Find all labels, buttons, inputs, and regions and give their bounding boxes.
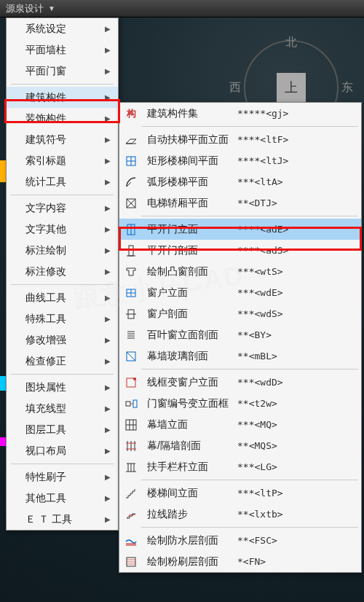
submenu-item[interactable]: 扶手栏杆立面***<LG>	[119, 456, 361, 477]
menu-divider	[11, 284, 114, 285]
submenu-item[interactable]: 电梯轿厢平面**<DTJ>	[119, 192, 361, 214]
menu-item[interactable]: 平面墙柱▶	[7, 39, 118, 60]
submenu-item[interactable]: 绘制凸窗剖面***<wtS>	[119, 261, 361, 282]
submenu-item-label: 绘制凸窗剖面	[147, 265, 234, 278]
panel-titlebar[interactable]: 源泉设计 ▼	[0, 0, 364, 17]
submenu-item-shortcut: **<t2w>	[237, 398, 277, 409]
menu-divider	[11, 464, 114, 464]
submenu-item[interactable]: 楼梯间立面***<ltP>	[119, 482, 361, 504]
submenu-item-label: 楼梯间立面	[147, 487, 234, 500]
submenu-item-label: 百叶窗立面剖面	[147, 329, 234, 342]
submenu-item[interactable]: 矩形楼梯间平面****<ltJ>	[119, 150, 361, 171]
submenu-item-shortcut: ***<wdE>	[237, 287, 283, 298]
menu-item-label: 曲线工具	[25, 292, 66, 305]
menu-divider	[11, 84, 114, 85]
submenu-arrow-icon: ▶	[105, 315, 111, 323]
menu-item[interactable]: 图块属性▶	[7, 377, 118, 398]
menu-item-label: 平面墙柱	[25, 44, 66, 57]
submenu-item[interactable]: 线框变窗户立面***<wdD>	[119, 372, 361, 393]
menu-divider	[11, 195, 114, 195]
submenu-item-label: 拉线踏步	[147, 508, 234, 521]
submenu[interactable]: 构建筑构件集*****<gj>自动扶梯平面立面****<ltF>矩形楼梯间平面*…	[119, 102, 362, 573]
menu-item-label: 标注绘制	[25, 244, 66, 257]
submenu-item-label: 建筑构件集	[147, 107, 234, 120]
menu-item[interactable]: 视口布局▶	[7, 440, 118, 461]
submenu-arrow-icon: ▶	[105, 204, 111, 212]
submenu-arrow-icon: ▶	[105, 383, 111, 391]
menu-item[interactable]: 文字内容▶	[7, 198, 118, 219]
submenu-item[interactable]: 窗户立面***<wdE>	[119, 282, 361, 303]
menu-item[interactable]: 修改增强▶	[7, 329, 118, 351]
submenu-item-label: 幕墙立面	[147, 418, 234, 431]
wE-icon	[122, 286, 140, 300]
menu-item[interactable]: 填充线型▶	[7, 398, 118, 419]
submenu-arrow-icon: ▶	[105, 114, 111, 122]
submenu-arrow-icon: ▶	[105, 267, 111, 275]
menu-item[interactable]: 索引标题▶	[7, 150, 118, 171]
menu-item[interactable]: 检查修正▶	[7, 351, 118, 372]
menu-item[interactable]: 特性刷子▶	[7, 466, 118, 488]
rect-icon	[122, 154, 140, 168]
submenu-item[interactable]: 门窗编号变立面框**<t2w>	[119, 393, 361, 414]
menu-item[interactable]: 曲线工具▶	[7, 287, 118, 308]
submenu-item[interactable]: 拉线踏步**<lxtb>	[119, 504, 361, 525]
svg-line-21	[127, 352, 135, 361]
menu-item[interactable]: 系统设定▶	[7, 18, 118, 39]
wt-icon	[122, 265, 140, 279]
menu-item-label: 系统设定	[25, 23, 66, 36]
menu-item[interactable]: 平面门窗▶	[7, 60, 118, 82]
menu-item-label: 检查修正	[25, 355, 66, 368]
submenu-item[interactable]: 平开门立面****<adE>	[119, 219, 361, 240]
dropdown-icon: ▼	[48, 4, 55, 12]
submenu-item-label: 窗户剖面	[147, 308, 234, 321]
submenu-arrow-icon: ▶	[105, 404, 111, 413]
submenu-arrow-icon: ▶	[105, 225, 111, 233]
submenu-arrow-icon: ▶	[105, 136, 111, 144]
submenu-item-label: 扶手栏杆立面	[147, 461, 234, 474]
menu-item[interactable]: 文字其他▶	[7, 219, 118, 240]
submenu-arrow-icon: ▶	[105, 336, 111, 344]
compass-top[interactable]: 上	[277, 73, 306, 102]
submenu-item[interactable]: 平开门剖面****<adS>	[119, 240, 361, 261]
submenu-item[interactable]: 窗户剖面***<wdS>	[119, 303, 361, 324]
menu-item[interactable]: 建筑构件▶	[7, 87, 118, 108]
submenu-arrow-icon: ▶	[105, 46, 111, 54]
submenu-item[interactable]: 构建筑构件集*****<gj>	[119, 103, 361, 124]
submenu-item-label: 平开门剖面	[147, 244, 234, 257]
by-icon	[122, 328, 140, 343]
menu-divider	[11, 374, 114, 375]
menu-item[interactable]: 统计工具▶	[7, 171, 118, 192]
menu-item[interactable]: Ｅ Ｔ 工具▶	[7, 509, 118, 530]
menu-item[interactable]: 建筑符号▶	[7, 129, 118, 150]
menu-item-label: 图层工具	[25, 423, 66, 437]
menu-item[interactable]: 装饰构件▶	[7, 108, 118, 129]
submenu-item-shortcut: ***<wdD>	[237, 377, 283, 388]
submenu-item[interactable]: 幕墙玻璃剖面**<mBL>	[119, 345, 361, 367]
submenu-item-label: 电梯轿厢平面	[147, 197, 234, 210]
submenu-item[interactable]: 弧形楼梯平面***<ltA>	[119, 171, 361, 192]
submenu-item[interactable]: 自动扶梯平面立面****<ltF>	[119, 129, 361, 150]
menu-item[interactable]: 图层工具▶	[7, 419, 118, 440]
main-menu[interactable]: 系统设定▶平面墙柱▶平面门窗▶建筑构件▶装饰构件▶建筑符号▶索引标题▶统计工具▶…	[6, 17, 119, 531]
panel-title: 源泉设计	[6, 2, 44, 15]
submenu-item[interactable]: 绘制粉刷层剖面*<FN>	[119, 551, 361, 572]
menu-item-label: 建筑构件	[25, 91, 66, 104]
menu-item-label: 特性刷子	[25, 471, 66, 484]
submenu-arrow-icon: ▶	[105, 494, 111, 502]
submenu-item[interactable]: 幕墙立面***<MQ>	[119, 414, 361, 435]
drawing-edge-marker	[0, 376, 6, 391]
submenu-item[interactable]: 百叶窗立面剖面**<BY>	[119, 324, 361, 345]
submenu-item-shortcut: **<MQS>	[237, 440, 277, 451]
menu-item[interactable]: 其他工具▶	[7, 488, 118, 509]
menu-item-label: 其他工具	[25, 492, 66, 505]
submenu-item-shortcut: **<DTJ>	[237, 198, 277, 208]
menu-item[interactable]: 标注修改▶	[7, 261, 118, 282]
svg-rect-40	[126, 543, 136, 546]
menu-item[interactable]: 标注绘制▶	[7, 240, 118, 261]
submenu-item[interactable]: 幕/隔墙剖面**<MQS>	[119, 435, 361, 456]
submenu-item-label: 自动扶梯平面立面	[147, 133, 234, 146]
submenu-item-shortcut: ***<wtS>	[237, 266, 283, 277]
menu-item[interactable]: 特殊工具▶	[7, 308, 118, 329]
submenu-item[interactable]: 绘制防水层剖面**<FSC>	[119, 530, 361, 551]
menu-item-label: 装饰构件	[25, 112, 66, 125]
